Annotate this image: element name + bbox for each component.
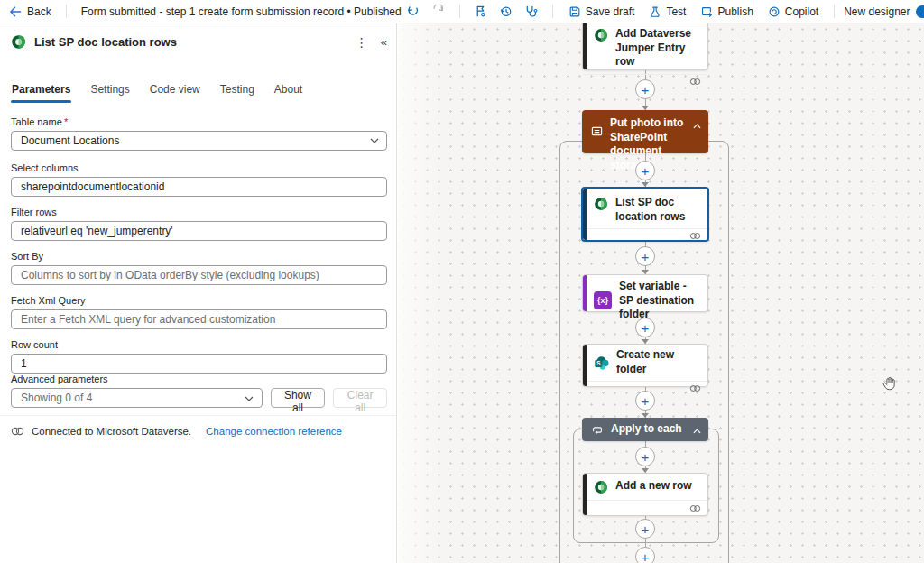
scope-icon xyxy=(591,125,603,137)
connector: + xyxy=(635,543,655,563)
tab-code-view[interactable]: Code view xyxy=(149,79,201,103)
redo-button[interactable] xyxy=(427,2,450,22)
back-button[interactable]: Back xyxy=(9,5,51,18)
clear-all-button[interactable]: Clear all xyxy=(333,388,387,408)
connection-reference-button[interactable] xyxy=(689,502,701,515)
divider xyxy=(459,5,460,18)
divider xyxy=(552,5,553,18)
node-title: Add a new row xyxy=(615,479,692,494)
connection-reference-button[interactable] xyxy=(689,382,701,395)
connection-icon xyxy=(11,427,24,436)
copilot-button[interactable]: Copilot xyxy=(762,3,825,21)
node-add-dataverse-jumper-entry-row[interactable]: Add Dataverse Jumper Entry row xyxy=(582,23,708,70)
canvas-edge-fade xyxy=(398,23,439,563)
tab-about[interactable]: About xyxy=(273,79,303,103)
new-designer-toggle[interactable] xyxy=(916,5,924,18)
svg-text:S: S xyxy=(596,360,600,366)
sharepoint-icon: S xyxy=(594,355,609,371)
beaker-icon xyxy=(649,5,661,18)
chevron-up-icon xyxy=(693,124,701,129)
insert-action-button[interactable]: + xyxy=(635,79,655,99)
row-count-label: Row count xyxy=(11,339,387,350)
collapse-scope-button[interactable] xyxy=(691,421,703,438)
connection-icon xyxy=(689,78,701,86)
fetch-xml-input[interactable] xyxy=(11,309,387,329)
node-accent-bar xyxy=(583,275,587,311)
collapse-scope-button[interactable] xyxy=(691,116,703,134)
connected-text: Connected to Microsoft Dataverse. xyxy=(32,426,191,437)
copilot-icon xyxy=(768,5,781,18)
flag-icon xyxy=(474,5,487,18)
flow-analytics-button[interactable] xyxy=(469,2,493,22)
save-draft-button[interactable]: Save draft xyxy=(562,3,642,21)
redo-icon xyxy=(431,5,445,18)
insert-action-button[interactable]: + xyxy=(635,318,655,337)
insert-action-button[interactable]: + xyxy=(635,161,655,180)
tab-parameters[interactable]: Parameters xyxy=(11,79,71,103)
new-designer-label: New designer xyxy=(844,5,910,18)
select-columns-input[interactable] xyxy=(11,177,387,197)
publish-icon xyxy=(700,5,713,18)
connector: + xyxy=(635,242,655,274)
collapse-panel-button[interactable]: « xyxy=(381,35,387,49)
sort-by-label: Sort By xyxy=(11,251,387,262)
node-accent-bar xyxy=(583,474,587,515)
insert-action-button[interactable]: + xyxy=(635,547,655,563)
scope-apply-to-each-header[interactable]: Apply to each xyxy=(582,418,708,441)
back-arrow-icon xyxy=(9,6,22,17)
flow-checker-button[interactable] xyxy=(520,2,543,22)
filter-rows-label: Filter rows xyxy=(11,207,387,217)
insert-action-button[interactable]: + xyxy=(635,391,655,411)
advanced-parameters-label: Advanced parameters xyxy=(11,374,387,384)
node-add-a-new-row[interactable]: Add a new row xyxy=(582,473,708,516)
version-history-button[interactable] xyxy=(494,2,518,22)
change-connection-reference-link[interactable]: Change connection reference xyxy=(206,426,342,437)
dataverse-icon xyxy=(594,197,608,211)
node-create-new-folder[interactable]: S Create new folder xyxy=(582,344,708,387)
panel-title: List SP doc location rows xyxy=(34,35,177,49)
connection-reference-button[interactable] xyxy=(689,229,701,243)
variable-icon: {x} xyxy=(594,291,612,309)
scope-title: Apply to each xyxy=(611,422,682,437)
more-options-button[interactable]: ⋮ xyxy=(356,35,368,50)
node-title: Create new folder xyxy=(616,348,700,376)
history-clock-icon xyxy=(499,5,513,18)
node-list-sp-doc-location-rows[interactable]: List SP doc location rows xyxy=(581,187,709,242)
chevron-up-icon xyxy=(693,429,701,434)
node-title: Set variable - SP destination folder xyxy=(619,280,700,322)
node-accent-bar xyxy=(583,23,587,69)
divider xyxy=(0,415,396,416)
insert-action-button[interactable]: + xyxy=(635,246,655,266)
sort-by-input[interactable] xyxy=(11,265,387,285)
table-name-dropdown[interactable] xyxy=(11,131,387,151)
select-columns-label: Select columns xyxy=(11,162,387,173)
show-all-button[interactable]: Show all xyxy=(271,388,326,408)
connection-icon xyxy=(689,232,701,240)
connection-reference-button[interactable] xyxy=(689,75,701,88)
divider xyxy=(66,5,67,18)
publish-button[interactable]: Publish xyxy=(694,3,759,21)
save-icon xyxy=(568,5,581,18)
insert-action-button[interactable]: + xyxy=(635,447,655,466)
flow-canvas[interactable]: + + + + + + + + Add Dataverse Ju xyxy=(398,23,924,563)
filter-rows-input[interactable] xyxy=(11,221,387,241)
dataverse-icon xyxy=(11,34,26,50)
connection-icon xyxy=(689,384,701,392)
tab-settings[interactable]: Settings xyxy=(89,79,130,103)
node-set-variable-sp-destination-folder[interactable]: {x} Set variable - SP destination folder xyxy=(582,274,708,312)
table-name-label: Table name* xyxy=(11,116,387,127)
node-title: Add Dataverse Jumper Entry row xyxy=(615,27,700,69)
connector: + xyxy=(635,441,655,473)
test-button[interactable]: Test xyxy=(642,3,692,21)
undo-button[interactable] xyxy=(402,2,425,22)
loop-icon xyxy=(591,424,604,436)
node-accent-bar xyxy=(583,189,587,240)
scope-put-photo-header[interactable]: Put photo into SharePoint document stora… xyxy=(582,110,708,153)
insert-action-button[interactable]: + xyxy=(635,519,655,539)
advanced-parameters-dropdown[interactable]: Showing 0 of 4 xyxy=(11,388,263,408)
row-count-input[interactable] xyxy=(11,354,387,374)
tab-testing[interactable]: Testing xyxy=(219,79,255,103)
connector: + xyxy=(635,516,655,543)
action-details-panel: List SP doc location rows ⋮ « Parameters… xyxy=(0,23,397,563)
node-accent-bar xyxy=(583,345,587,386)
